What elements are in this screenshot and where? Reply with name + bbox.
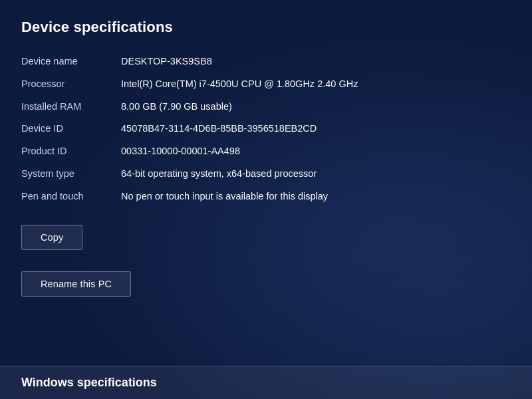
specs-table: Device nameDESKTOP-3KS9SB8ProcessorIntel… xyxy=(21,51,511,207)
table-row: System type64-bit operating system, x64-… xyxy=(21,163,511,186)
spec-label: Device name xyxy=(21,51,121,73)
spec-value: 64-bit operating system, x64-based proce… xyxy=(121,163,511,186)
spec-label: Processor xyxy=(21,73,121,96)
spec-value: 45078B47-3114-4D6B-85BB-3956518EB2CD xyxy=(121,118,511,140)
spec-value: No pen or touch input is available for t… xyxy=(121,186,511,208)
section-title: Device specifications xyxy=(21,19,511,36)
spec-label: Installed RAM xyxy=(21,96,121,118)
spec-value: Intel(R) Core(TM) i7-4500U CPU @ 1.80GHz… xyxy=(121,73,511,96)
table-row: Device ID45078B47-3114-4D6B-85BB-3956518… xyxy=(21,118,511,140)
spec-label: Pen and touch xyxy=(21,186,121,208)
buttons-section: Copy Rename this PC xyxy=(21,225,511,297)
spec-label: System type xyxy=(21,163,121,186)
table-row: Device nameDESKTOP-3KS9SB8 xyxy=(21,51,511,73)
table-row: Pen and touchNo pen or touch input is av… xyxy=(21,186,511,208)
rename-pc-button[interactable]: Rename this PC xyxy=(21,271,131,297)
table-row: Installed RAM8.00 GB (7.90 GB usable) xyxy=(21,96,511,118)
spec-label: Product ID xyxy=(21,140,121,163)
bottom-section: Windows specifications xyxy=(0,366,532,399)
spec-value: 00331-10000-00001-AA498 xyxy=(121,140,511,163)
bottom-title: Windows specifications xyxy=(21,376,157,389)
copy-button[interactable]: Copy xyxy=(21,225,82,250)
table-row: Product ID00331-10000-00001-AA498 xyxy=(21,140,511,163)
spec-value: 8.00 GB (7.90 GB usable) xyxy=(121,96,511,118)
spec-value: DESKTOP-3KS9SB8 xyxy=(121,51,511,73)
table-row: ProcessorIntel(R) Core(TM) i7-4500U CPU … xyxy=(21,73,511,96)
spec-label: Device ID xyxy=(21,118,121,140)
